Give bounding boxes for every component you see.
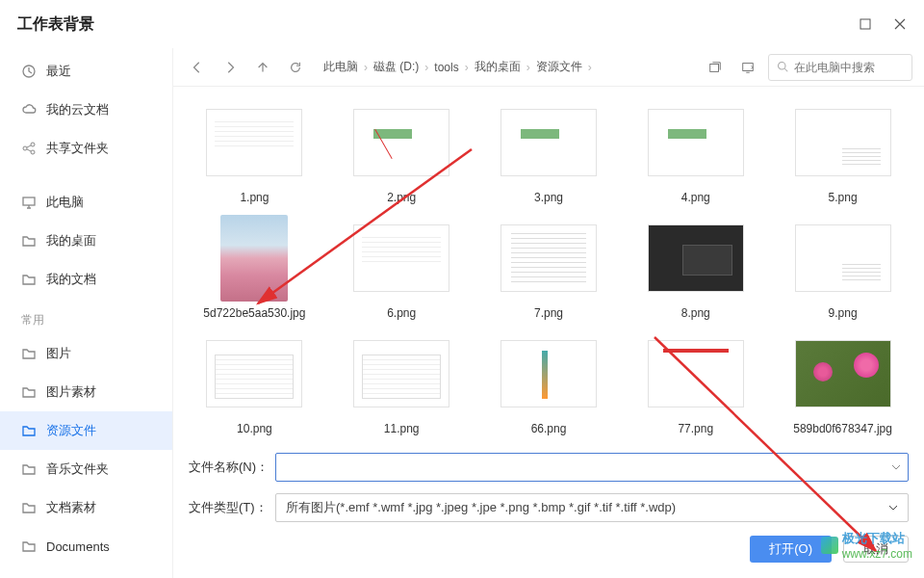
forward-button[interactable] xyxy=(218,55,243,80)
file-name: 8.png xyxy=(681,306,710,320)
file-thumbnail xyxy=(496,220,602,297)
sidebar-item[interactable]: 最近 xyxy=(0,52,172,91)
file-name: 11.png xyxy=(384,422,420,435)
file-thumbnail xyxy=(790,220,896,297)
file-item[interactable]: 5d722be5aa530.jpg xyxy=(181,214,328,326)
file-thumbnail xyxy=(790,335,896,412)
file-item[interactable]: 3.png xyxy=(475,98,623,210)
file-item[interactable]: 1.png xyxy=(181,98,328,210)
file-item[interactable]: 4.png xyxy=(622,98,769,210)
sidebar-item[interactable]: 音乐文件夹 xyxy=(0,450,172,488)
file-thumbnail xyxy=(643,104,749,181)
dialog-title: 工作表背景 xyxy=(17,14,94,35)
search-input[interactable] xyxy=(794,61,904,74)
sidebar-item-label: 文档素材 xyxy=(46,499,96,516)
sidebar-item-label: 我的文档 xyxy=(46,271,96,288)
file-name: 77.png xyxy=(678,422,713,435)
file-name: 6.png xyxy=(387,306,416,320)
filename-label: 文件名称(N)： xyxy=(189,459,264,476)
file-name: 10.png xyxy=(237,422,272,435)
sidebar-item-label: 我的云文档 xyxy=(46,101,109,118)
filename-input[interactable] xyxy=(275,453,909,482)
sidebar-item-label: 最近 xyxy=(46,63,71,80)
file-thumbnail xyxy=(201,220,307,297)
window-controls xyxy=(859,17,907,31)
svg-rect-5 xyxy=(23,197,35,205)
maximize-button[interactable] xyxy=(859,17,872,31)
sidebar-item[interactable]: 图片 xyxy=(0,334,172,373)
file-name: 9.png xyxy=(829,306,858,320)
toolbar: 此电脑›磁盘 (D:)›tools›我的桌面›资源文件› xyxy=(173,48,924,87)
sidebar-item-label: 共享文件夹 xyxy=(46,140,109,157)
file-thumbnail xyxy=(643,220,749,297)
close-button[interactable] xyxy=(893,17,907,31)
chevron-right-icon: › xyxy=(588,61,592,74)
folder-icon xyxy=(21,461,37,477)
view-mode-icon[interactable] xyxy=(735,55,760,80)
file-thumbnail xyxy=(348,335,454,412)
sidebar-item[interactable]: 资源文件 xyxy=(0,411,172,450)
file-name: 66.png xyxy=(531,422,567,435)
clock-icon xyxy=(21,64,37,79)
svg-point-8 xyxy=(779,62,786,69)
content-area: 此电脑›磁盘 (D:)›tools›我的桌面›资源文件› 1.png2.png3… xyxy=(173,48,924,578)
file-item[interactable]: 589bd0f678347.jpg xyxy=(769,329,916,441)
svg-point-4 xyxy=(31,150,35,154)
sidebar-item[interactable]: 文档素材 xyxy=(0,488,172,527)
breadcrumb-segment[interactable]: 磁盘 (D:) xyxy=(373,59,419,75)
file-item[interactable]: 2.png xyxy=(328,98,475,210)
search-icon xyxy=(777,59,788,76)
file-thumbnail xyxy=(496,104,602,181)
breadcrumb-segment[interactable]: tools xyxy=(434,61,458,74)
sidebar-item-label: 资源文件 xyxy=(46,422,96,439)
breadcrumb[interactable]: 此电脑›磁盘 (D:)›tools›我的桌面›资源文件› xyxy=(316,59,695,75)
new-window-icon[interactable] xyxy=(703,55,728,80)
folder-icon xyxy=(21,500,37,515)
file-item[interactable]: 10.png xyxy=(181,329,328,441)
chevron-right-icon: › xyxy=(526,61,530,74)
svg-rect-0 xyxy=(860,19,870,29)
sidebar-item[interactable]: 我的云文档 xyxy=(0,91,172,129)
cancel-button[interactable]: 取消 xyxy=(843,536,909,563)
file-thumbnail xyxy=(348,220,454,297)
sidebar-item[interactable]: 共享文件夹 xyxy=(0,129,172,168)
file-item[interactable]: 5.png xyxy=(769,98,916,210)
chevron-right-icon: › xyxy=(424,61,428,74)
svg-rect-7 xyxy=(743,63,754,70)
file-thumbnail xyxy=(348,104,454,181)
file-item[interactable]: 9.png xyxy=(769,214,916,326)
chevron-right-icon: › xyxy=(364,61,368,74)
file-thumbnail xyxy=(201,104,307,181)
cloud-icon xyxy=(21,102,37,118)
filetype-select[interactable]: 所有图片(*.emf *.wmf *.jpg *.jpeg *.jpe *.pn… xyxy=(275,493,909,522)
sidebar-item[interactable]: 此电脑 xyxy=(0,183,172,222)
file-item[interactable]: 66.png xyxy=(475,329,623,441)
breadcrumb-segment[interactable]: 资源文件 xyxy=(536,59,582,75)
breadcrumb-segment[interactable]: 此电脑 xyxy=(323,59,358,75)
sidebar-item[interactable]: Documents xyxy=(0,527,172,565)
file-name: 7.png xyxy=(534,306,563,320)
file-item[interactable]: 77.png xyxy=(622,329,769,441)
file-name: 5d722be5aa530.jpg xyxy=(203,306,305,320)
chevron-right-icon: › xyxy=(465,61,469,74)
file-name: 589bd0f678347.jpg xyxy=(793,422,892,435)
breadcrumb-segment[interactable]: 我的桌面 xyxy=(475,59,521,75)
file-name: 2.png xyxy=(387,191,416,204)
sidebar-item[interactable]: 图片素材 xyxy=(0,373,172,411)
sidebar-item[interactable]: 我的桌面 xyxy=(0,222,172,260)
refresh-button[interactable] xyxy=(283,55,308,80)
open-button[interactable]: 打开(O) xyxy=(750,536,832,563)
back-button[interactable] xyxy=(185,55,210,80)
file-item[interactable]: 8.png xyxy=(622,214,769,326)
folder-icon xyxy=(21,539,37,554)
monitor-icon xyxy=(21,195,37,210)
file-name: 4.png xyxy=(681,191,710,204)
file-item[interactable]: 6.png xyxy=(328,214,475,326)
file-item[interactable]: 11.png xyxy=(328,329,475,441)
up-button[interactable] xyxy=(250,55,275,80)
sidebar-item-label: 我的桌面 xyxy=(46,232,96,250)
sidebar-item[interactable]: 我的文档 xyxy=(0,260,172,299)
file-name: 5.png xyxy=(829,191,858,204)
file-item[interactable]: 7.png xyxy=(475,214,623,326)
search-box[interactable] xyxy=(768,54,912,81)
